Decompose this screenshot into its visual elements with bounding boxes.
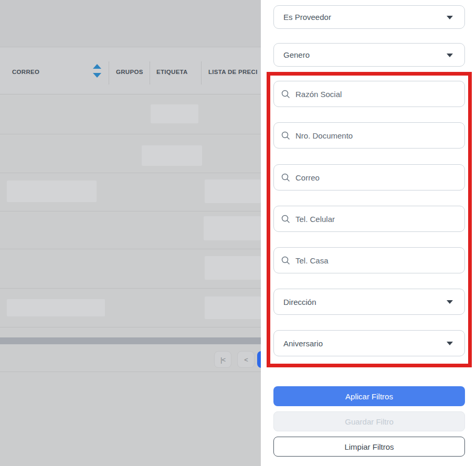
- sort-arrows-icon[interactable]: [93, 63, 101, 79]
- pagination-first-button[interactable]: |<: [214, 351, 231, 368]
- placeholder-badge: [205, 296, 261, 319]
- placeholder-badge: [7, 181, 97, 202]
- filters-panel: Es Proveedor Genero: [261, 0, 476, 466]
- first-page-icon: |<: [220, 356, 225, 364]
- placeholder-badge: [7, 299, 105, 316]
- pagination-prev-button[interactable]: <: [237, 351, 255, 368]
- placeholder-badge: [151, 104, 198, 123]
- column-header-lista-de-precios[interactable]: LISTA DE PRECI: [208, 69, 258, 75]
- search-icon: [281, 131, 290, 140]
- placeholder-badge: [204, 216, 261, 240]
- row-divider: [0, 372, 261, 372]
- placeholder-badge: [205, 179, 261, 203]
- sort-asc-icon[interactable]: [93, 64, 101, 69]
- es-proveedor-select[interactable]: Es Proveedor: [273, 5, 465, 29]
- nro-documento-search-field[interactable]: [273, 122, 465, 149]
- dimmed-table-backdrop: CORREO GRUPOS ETIQUETA LISTA DE PRECI: [0, 0, 261, 466]
- correo-input[interactable]: [295, 173, 457, 182]
- sort-desc-icon[interactable]: [93, 73, 101, 78]
- column-divider: [201, 61, 202, 84]
- column-header-etiqueta[interactable]: ETIQUETA: [156, 69, 188, 75]
- table-header-row: CORREO GRUPOS ETIQUETA LISTA DE PRECI: [0, 48, 261, 94]
- clear-filters-button[interactable]: Limpiar Filtros: [273, 437, 465, 457]
- search-icon: [281, 90, 290, 99]
- column-header-correo[interactable]: CORREO: [12, 69, 39, 75]
- column-header-grupos[interactable]: GRUPOS: [116, 69, 143, 75]
- es-proveedor-label: Es Proveedor: [283, 13, 331, 22]
- row-divider: [0, 327, 261, 327]
- chevron-down-icon: [447, 16, 453, 19]
- chevron-down-icon: [447, 54, 453, 57]
- genero-label: Genero: [283, 50, 310, 59]
- search-icon: [281, 256, 290, 265]
- column-divider: [150, 61, 150, 84]
- apply-filters-button[interactable]: Aplicar Filtros: [273, 386, 465, 406]
- aniversario-label: Aniversario: [283, 339, 323, 348]
- search-icon: [281, 215, 290, 224]
- chevron-down-icon: [447, 342, 453, 345]
- column-divider: [109, 61, 109, 84]
- tel-celular-input[interactable]: [295, 215, 457, 224]
- direccion-select[interactable]: Dirección: [273, 289, 465, 315]
- row-divider: [0, 211, 261, 211]
- search-icon: [281, 173, 290, 182]
- prev-page-icon: <: [244, 356, 248, 364]
- placeholder-badge: [205, 256, 261, 280]
- save-filter-button[interactable]: Guardar Filtro: [273, 411, 465, 431]
- razon-social-search-field[interactable]: [273, 81, 465, 107]
- tel-casa-input[interactable]: [295, 256, 457, 265]
- correo-search-field[interactable]: [273, 164, 465, 190]
- nro-documento-input[interactable]: [295, 131, 457, 140]
- row-divider: [0, 173, 261, 173]
- genero-select[interactable]: Genero: [273, 43, 465, 67]
- placeholder-badge: [142, 145, 202, 166]
- chevron-down-icon: [447, 300, 453, 304]
- razon-social-input[interactable]: [295, 90, 457, 99]
- horizontal-scrollbar[interactable]: [0, 337, 261, 344]
- tel-celular-search-field[interactable]: [273, 206, 465, 232]
- tel-casa-search-field[interactable]: [273, 247, 465, 273]
- direccion-label: Dirección: [283, 298, 316, 306]
- table-toolbar-area: [0, 0, 261, 47]
- aniversario-select[interactable]: Aniversario: [273, 330, 465, 356]
- row-divider: [0, 134, 261, 134]
- row-divider: [0, 249, 261, 249]
- row-divider: [0, 288, 261, 289]
- screen: CORREO GRUPOS ETIQUETA LISTA DE PRECI: [0, 0, 476, 466]
